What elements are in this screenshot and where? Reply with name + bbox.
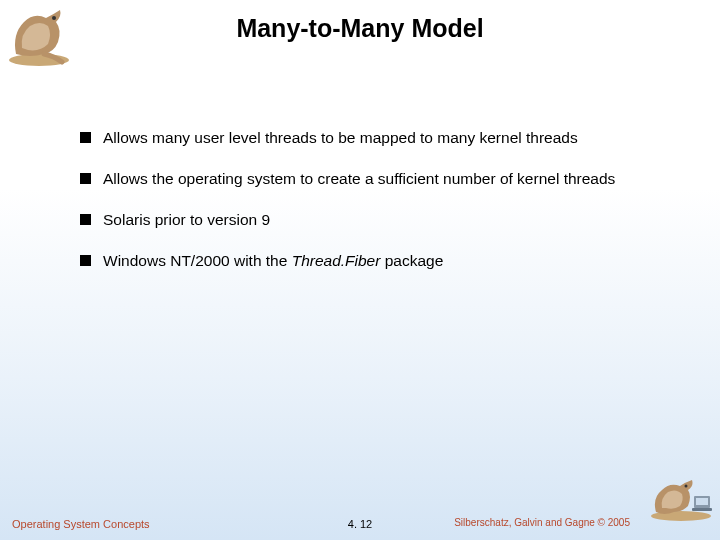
bullet-icon <box>80 132 91 143</box>
list-item-text: Allows many user level threads to be map… <box>103 128 660 149</box>
slide-footer: Operating System Concepts 4. 12 Silbersc… <box>0 517 720 530</box>
bullet-icon <box>80 173 91 184</box>
list-item-text: Windows NT/2000 with the Thread.Fiber pa… <box>103 251 660 272</box>
footer-copyright: Silberschatz, Galvin and Gagne © 2005 <box>454 517 630 528</box>
list-item-text: Allows the operating system to create a … <box>103 169 660 190</box>
bullet-list: Allows many user level threads to be map… <box>80 128 660 292</box>
svg-rect-6 <box>692 508 712 511</box>
list-item: Solaris prior to version 9 <box>80 210 660 231</box>
list-item: Allows many user level threads to be map… <box>80 128 660 149</box>
bullet-icon <box>80 255 91 266</box>
bullet-icon <box>80 214 91 225</box>
slide-title: Many-to-Many Model <box>0 0 720 43</box>
list-item: Allows the operating system to create a … <box>80 169 660 190</box>
list-item: Windows NT/2000 with the Thread.Fiber pa… <box>80 251 660 272</box>
footer-left-text: Operating System Concepts <box>12 518 150 530</box>
svg-rect-5 <box>696 498 708 505</box>
list-item-text: Solaris prior to version 9 <box>103 210 660 231</box>
svg-point-3 <box>685 485 688 488</box>
dinosaur-logo-top-left <box>4 4 74 68</box>
footer-page-number: 4. 12 <box>348 518 372 530</box>
svg-point-1 <box>52 16 56 20</box>
dinosaur-logo-bottom-right <box>646 476 716 522</box>
